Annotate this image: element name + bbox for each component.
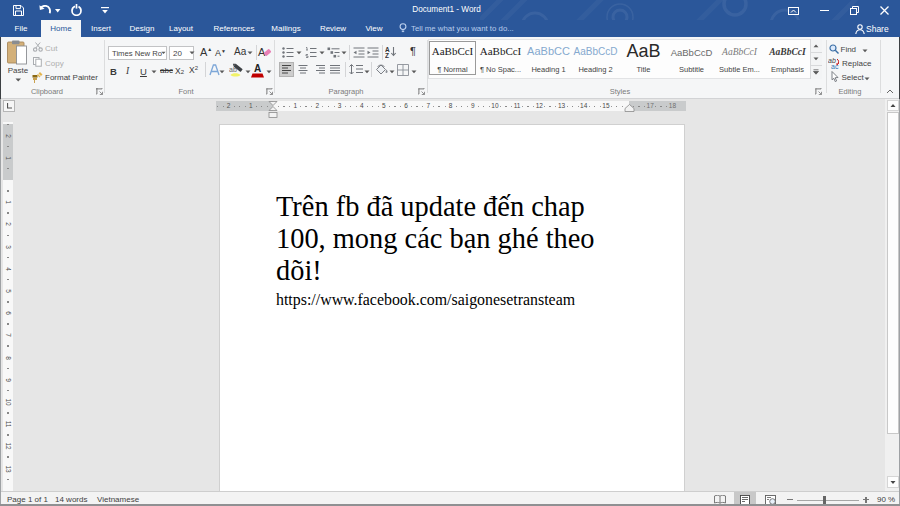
- svg-text:Z: Z: [385, 52, 389, 58]
